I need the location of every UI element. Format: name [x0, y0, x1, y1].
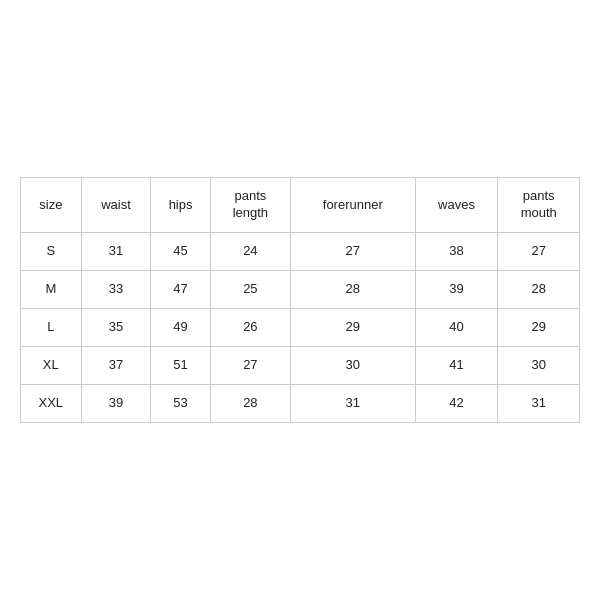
- table-row: XL375127304130: [21, 346, 580, 384]
- cell-pants_length: 25: [210, 271, 290, 309]
- cell-forerunner: 31: [290, 384, 415, 422]
- cell-waist: 31: [81, 233, 151, 271]
- cell-waves: 40: [415, 308, 498, 346]
- measurements-table: sizewaisthipspantslengthforerunnerwavesp…: [20, 177, 580, 422]
- table-row: XXL395328314231: [21, 384, 580, 422]
- cell-size: S: [21, 233, 82, 271]
- cell-hips: 53: [151, 384, 210, 422]
- table-row: M334725283928: [21, 271, 580, 309]
- size-chart: sizewaisthipspantslengthforerunnerwavesp…: [20, 177, 580, 422]
- cell-pants_mouth: 28: [498, 271, 580, 309]
- cell-pants_length: 28: [210, 384, 290, 422]
- cell-waist: 33: [81, 271, 151, 309]
- header-size: size: [21, 178, 82, 233]
- cell-pants_length: 26: [210, 308, 290, 346]
- cell-pants_mouth: 27: [498, 233, 580, 271]
- header-waves: waves: [415, 178, 498, 233]
- cell-waves: 39: [415, 271, 498, 309]
- cell-waist: 37: [81, 346, 151, 384]
- header-waist: waist: [81, 178, 151, 233]
- table-row: L354926294029: [21, 308, 580, 346]
- cell-size: XXL: [21, 384, 82, 422]
- cell-forerunner: 28: [290, 271, 415, 309]
- cell-pants_mouth: 29: [498, 308, 580, 346]
- cell-hips: 47: [151, 271, 210, 309]
- table-header-row: sizewaisthipspantslengthforerunnerwavesp…: [21, 178, 580, 233]
- cell-pants_length: 24: [210, 233, 290, 271]
- table-row: S314524273827: [21, 233, 580, 271]
- cell-waves: 41: [415, 346, 498, 384]
- header-pants_mouth: pantsmouth: [498, 178, 580, 233]
- cell-forerunner: 27: [290, 233, 415, 271]
- cell-size: M: [21, 271, 82, 309]
- cell-hips: 49: [151, 308, 210, 346]
- cell-forerunner: 29: [290, 308, 415, 346]
- cell-waves: 38: [415, 233, 498, 271]
- cell-waist: 35: [81, 308, 151, 346]
- cell-pants_mouth: 31: [498, 384, 580, 422]
- header-hips: hips: [151, 178, 210, 233]
- cell-forerunner: 30: [290, 346, 415, 384]
- header-forerunner: forerunner: [290, 178, 415, 233]
- cell-pants_length: 27: [210, 346, 290, 384]
- cell-size: XL: [21, 346, 82, 384]
- cell-size: L: [21, 308, 82, 346]
- cell-waves: 42: [415, 384, 498, 422]
- cell-hips: 51: [151, 346, 210, 384]
- cell-pants_mouth: 30: [498, 346, 580, 384]
- cell-hips: 45: [151, 233, 210, 271]
- cell-waist: 39: [81, 384, 151, 422]
- header-pants_length: pantslength: [210, 178, 290, 233]
